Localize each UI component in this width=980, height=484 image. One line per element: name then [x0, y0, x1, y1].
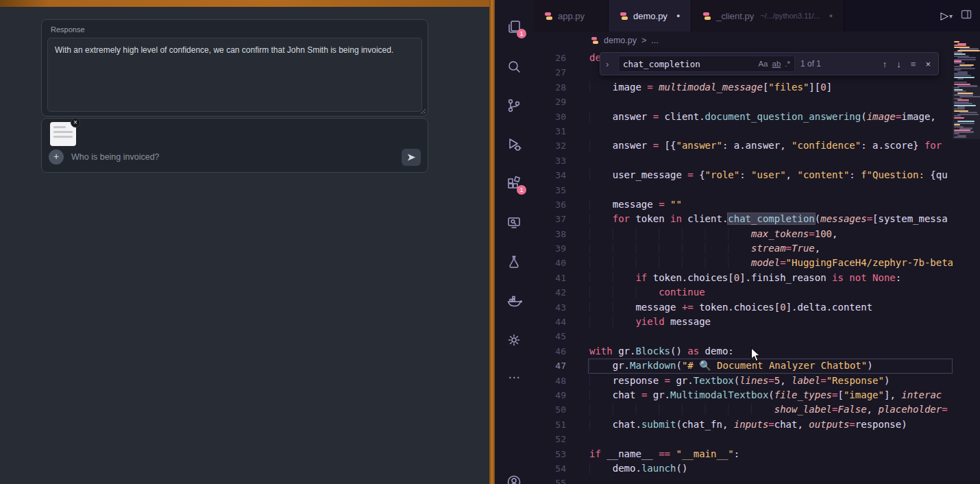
- chevron-down-icon: ▾: [949, 12, 953, 20]
- code-line[interactable]: 41 if token.choices[0].finish_reason is …: [533, 271, 953, 285]
- line-number: 49: [533, 388, 573, 402]
- tab-path: ~/.../python3.11/...: [760, 12, 820, 20]
- multimodal-textbox: × + Who is being invoiced?: [41, 118, 428, 173]
- send-icon: [406, 152, 417, 162]
- code-line[interactable]: 38 max_tokens=100,: [533, 227, 953, 241]
- line-number: 35: [533, 183, 573, 197]
- search-icon[interactable]: [506, 58, 522, 75]
- line-number: 43: [533, 300, 573, 315]
- account-icon[interactable]: [506, 474, 522, 484]
- code-line[interactable]: 45: [533, 329, 953, 343]
- minimap-slider[interactable]: [953, 86, 980, 139]
- python-file-icon: [620, 12, 628, 21]
- code-line[interactable]: 49 chat = gr.MultimodalTextbox(file_type…: [533, 388, 953, 402]
- line-number: 48: [533, 374, 573, 388]
- line-number: 36: [533, 197, 573, 212]
- layout-icon: [961, 9, 972, 20]
- code-line[interactable]: 47 gr.Markdown("# 🔍 Document Analyzer Ch…: [533, 359, 953, 373]
- line-number: 37: [533, 212, 573, 226]
- resize-grip-icon[interactable]: [420, 108, 426, 114]
- line-number: 28: [533, 80, 573, 95]
- code-editor[interactable]: 26de2728 image = multimodal_message["fil…: [533, 51, 953, 484]
- window-top-strip: [0, 0, 489, 7]
- code-line[interactable]: 44 yield message: [533, 315, 953, 329]
- code-line[interactable]: 32 answer = [{"answer": a.answer, "confi…: [533, 138, 953, 153]
- split-divider[interactable]: [489, 0, 495, 484]
- find-matches-count: 1 of 1: [800, 59, 821, 69]
- settings-gear-icon[interactable]: [506, 332, 522, 348]
- code-line[interactable]: 31: [533, 124, 953, 138]
- code-line[interactable]: 42 continue: [533, 285, 953, 300]
- run-debug-icon[interactable]: [506, 136, 522, 153]
- remote-preview-icon[interactable]: [506, 215, 522, 231]
- code-line[interactable]: 51 chat.submit(chat_fn, inputs=chat, out…: [533, 418, 953, 432]
- extensions-icon[interactable]: 1: [506, 176, 522, 192]
- python-file-icon: [702, 12, 711, 21]
- line-number: 41: [533, 271, 573, 285]
- breadcrumb-file[interactable]: demo.py: [604, 36, 637, 45]
- close-find-icon[interactable]: ×: [923, 59, 933, 69]
- match-case-icon[interactable]: Aa: [758, 60, 768, 68]
- line-number: 27: [533, 65, 573, 80]
- code-line[interactable]: 52: [533, 432, 953, 446]
- find-in-selection-icon[interactable]: ≡: [909, 59, 918, 69]
- code-line[interactable]: 34 user_message = {"role": "user", "cont…: [533, 168, 953, 182]
- code-line[interactable]: 39 stream=True,: [533, 241, 953, 256]
- code-line[interactable]: 33: [533, 154, 953, 168]
- toggle-replace-chevron-icon[interactable]: ›: [606, 59, 613, 69]
- tab-app-py[interactable]: app.py: [533, 0, 609, 32]
- code-line[interactable]: 40 model="HuggingFaceH4/zephyr-7b-beta: [533, 256, 953, 270]
- line-number: 51: [533, 418, 573, 432]
- attached-image-thumbnail[interactable]: ×: [50, 122, 76, 146]
- find-input[interactable]: chat_completion Aa ab .*: [618, 56, 795, 72]
- remove-attachment-button[interactable]: ×: [71, 118, 80, 128]
- regex-icon[interactable]: .*: [785, 60, 790, 68]
- code-line[interactable]: 43 message += token.choices[0].delta.con…: [533, 300, 953, 315]
- next-match-icon[interactable]: ↓: [894, 59, 903, 69]
- modified-dot-icon[interactable]: ●: [829, 12, 833, 19]
- response-textarea[interactable]: With an extremely high level of confiden…: [47, 38, 422, 112]
- extensions-badge: 1: [517, 185, 526, 195]
- response-label: Response: [51, 25, 85, 34]
- line-number: 33: [533, 154, 573, 168]
- find-query[interactable]: chat_completion: [623, 59, 754, 69]
- code-line[interactable]: 28 image = multimodal_message["files"][0…: [533, 80, 953, 95]
- code-line[interactable]: 55: [533, 476, 953, 484]
- previous-match-icon[interactable]: ↑: [881, 59, 890, 69]
- testing-flask-icon[interactable]: [506, 254, 522, 270]
- code-line[interactable]: 35: [533, 183, 953, 197]
- line-number: 45: [533, 329, 573, 343]
- code-line[interactable]: 48 response = gr.Textbox(lines=5, label=…: [533, 374, 953, 388]
- line-number: 50: [533, 402, 573, 417]
- breadcrumb-more[interactable]: ...: [651, 36, 658, 45]
- modified-dot-icon[interactable]: ●: [676, 12, 680, 19]
- code-line[interactable]: 53if __name__ == "__main__":: [533, 447, 953, 461]
- vscode-pane: app.py demo.py ● _client.py ~/.../python…: [495, 0, 980, 484]
- code-line[interactable]: 46with gr.Blocks() as demo:: [533, 344, 953, 359]
- chat-input-placeholder[interactable]: Who is being invoiced?: [71, 152, 160, 162]
- code-line[interactable]: 30 answer = client.document_question_ans…: [533, 110, 953, 124]
- editor-layout-button[interactable]: [961, 9, 972, 23]
- source-control-icon[interactable]: [506, 97, 522, 114]
- more-views-icon[interactable]: ⋯: [506, 371, 522, 387]
- add-file-button[interactable]: +: [49, 149, 64, 165]
- code-line[interactable]: 37 for token in client.chat_completion(m…: [533, 212, 953, 226]
- run-python-file-button[interactable]: ▷ ▾: [940, 10, 953, 22]
- tab-demo-py[interactable]: demo.py ●: [609, 0, 691, 32]
- explorer-icon[interactable]: 1: [506, 19, 522, 36]
- whole-word-icon[interactable]: ab: [772, 60, 781, 68]
- breadcrumb[interactable]: demo.py > ...: [533, 32, 953, 49]
- docker-icon[interactable]: [506, 293, 522, 309]
- line-number: 32: [533, 138, 573, 153]
- send-button[interactable]: [402, 149, 421, 166]
- code-line[interactable]: 36 message = "": [533, 197, 953, 212]
- code-line[interactable]: 50 show_label=False, placeholder=: [533, 402, 953, 417]
- tab-client-py[interactable]: _client.py ~/.../python3.11/... ●: [691, 0, 844, 32]
- line-number: 53: [533, 447, 573, 461]
- code-line[interactable]: 29: [533, 95, 953, 109]
- find-widget: › chat_completion Aa ab .* 1 of 1 ↑ ↓ ≡ …: [600, 52, 939, 75]
- minimap[interactable]: [953, 32, 980, 484]
- code-line[interactable]: 54 demo.launch(): [533, 461, 953, 476]
- line-number: 26: [533, 51, 573, 65]
- line-number: 52: [533, 432, 573, 446]
